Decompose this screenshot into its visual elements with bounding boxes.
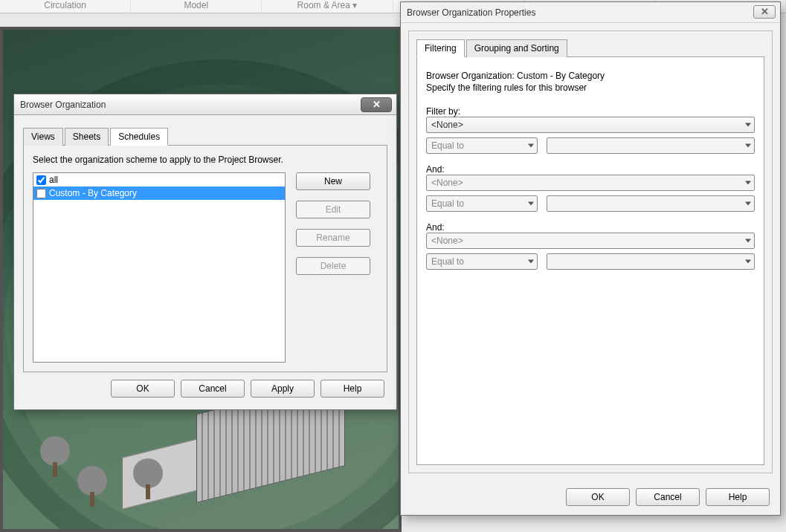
- help-button[interactable]: Help: [706, 488, 770, 506]
- ok-button[interactable]: OK: [111, 380, 175, 398]
- subheading-text: Specify the filtering rules for this bro…: [426, 82, 755, 93]
- help-button[interactable]: Help: [320, 380, 384, 398]
- ribbon-group-room-area[interactable]: Room & Area ▾: [262, 0, 393, 13]
- tab-views[interactable]: Views: [23, 128, 63, 146]
- chevron-down-icon: [528, 144, 534, 148]
- close-icon[interactable]: ✕: [361, 97, 392, 112]
- list-item-checkbox[interactable]: [36, 175, 46, 185]
- filter-value-combo[interactable]: [547, 195, 755, 212]
- and-label: And:: [426, 164, 755, 175]
- tab-sheets[interactable]: Sheets: [65, 128, 109, 146]
- close-icon[interactable]: ✕: [753, 5, 776, 19]
- edit-button[interactable]: Edit: [296, 201, 370, 218]
- chevron-down-icon: [745, 181, 751, 185]
- tab-schedules[interactable]: Schedules: [110, 128, 168, 146]
- delete-button[interactable]: Delete: [296, 257, 370, 275]
- dialog-titlebar[interactable]: Browser Organization Properties ✕: [401, 2, 780, 23]
- tab-grouping-sorting[interactable]: Grouping and Sorting: [466, 39, 567, 57]
- new-button[interactable]: New: [296, 172, 370, 190]
- list-item[interactable]: all: [33, 173, 285, 186]
- apply-button[interactable]: Apply: [251, 380, 315, 398]
- dialog-footer: OK Cancel Apply Help: [23, 372, 387, 400]
- combo-value: <None>: [431, 120, 463, 130]
- chevron-down-icon: [745, 239, 751, 243]
- chevron-down-icon: [745, 202, 751, 206]
- chevron-down-icon: [745, 144, 751, 148]
- chevron-down-icon: [528, 202, 534, 206]
- combo-value: Equal to: [431, 198, 464, 209]
- tab-filtering[interactable]: Filtering: [416, 39, 465, 57]
- dialog-title: Browser Organization: [20, 100, 106, 110]
- dialog-title: Browser Organization Properties: [407, 7, 535, 18]
- tabstrip: Filtering Grouping and Sorting: [416, 39, 764, 57]
- browser-organization-properties-dialog: Browser Organization Properties ✕ Filter…: [400, 1, 781, 516]
- cancel-button[interactable]: Cancel: [636, 488, 700, 506]
- instruction-text: Select the organization scheme to apply …: [33, 155, 378, 165]
- filter-value-combo[interactable]: [547, 253, 755, 270]
- rename-button[interactable]: Rename: [296, 229, 370, 247]
- filter-op-combo[interactable]: Equal to: [426, 137, 538, 154]
- browser-organization-dialog: Browser Organization ✕ Views Sheets Sche…: [13, 94, 397, 410]
- list-item-label: all: [49, 175, 58, 185]
- combo-value: Equal to: [431, 140, 464, 151]
- filter-field-combo[interactable]: <None>: [426, 233, 755, 249]
- filter-by-label: Filter by:: [426, 106, 755, 117]
- chevron-down-icon: [745, 260, 751, 264]
- filter-op-combo[interactable]: Equal to: [426, 195, 538, 212]
- ok-button[interactable]: OK: [566, 488, 630, 506]
- chevron-down-icon: [745, 123, 751, 127]
- tabpage-filtering: Browser Organization: Custom - By Catego…: [416, 57, 764, 465]
- combo-value: <None>: [431, 178, 463, 188]
- dialog-titlebar[interactable]: Browser Organization ✕: [14, 94, 396, 115]
- filter-op-combo[interactable]: Equal to: [426, 253, 538, 270]
- combo-value: Equal to: [431, 256, 464, 267]
- dialog-footer: OK Cancel Help: [401, 481, 780, 515]
- ribbon-group-circulation[interactable]: Circulation: [0, 0, 131, 13]
- and-label: And:: [426, 222, 755, 233]
- list-item[interactable]: Custom - By Category: [33, 186, 285, 200]
- filter-field-combo[interactable]: <None>: [426, 175, 755, 191]
- trees-group: [40, 418, 189, 507]
- scheme-listbox[interactable]: all Custom - By Category: [33, 172, 286, 363]
- list-item-checkbox[interactable]: [36, 189, 46, 198]
- heading-text: Browser Organization: Custom - By Catego…: [426, 71, 755, 81]
- cancel-button[interactable]: Cancel: [181, 380, 245, 398]
- combo-value: <None>: [431, 236, 463, 246]
- chevron-down-icon: [528, 260, 534, 264]
- tabstrip: Views Sheets Schedules: [23, 127, 387, 146]
- filter-value-combo[interactable]: [547, 137, 755, 154]
- ribbon-group-model[interactable]: Model: [131, 0, 262, 13]
- tabpage-schedules: Select the organization scheme to apply …: [23, 146, 387, 372]
- list-item-label: Custom - By Category: [49, 188, 137, 198]
- filter-field-combo[interactable]: <None>: [426, 117, 755, 133]
